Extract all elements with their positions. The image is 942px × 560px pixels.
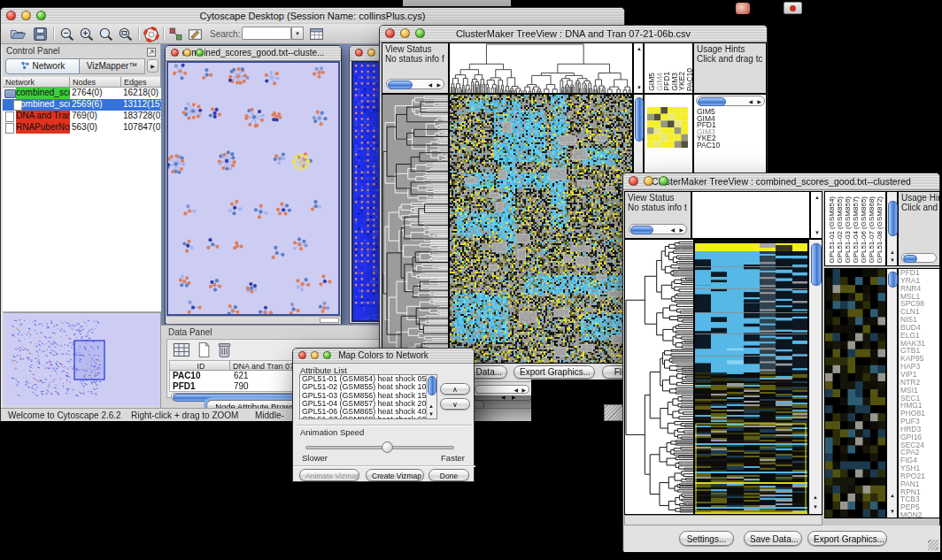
scroll-up-icon[interactable]: ▲ (890, 493, 895, 498)
tv2-gene-vscrollbar[interactable]: ▲ ▼ (886, 268, 898, 518)
cytoscape-titlebar[interactable]: Cytoscape Desktop (Session Name: collins… (1, 8, 624, 25)
tv2-column-label[interactable]: GPL51-03 (GSM856) (844, 196, 852, 264)
network-overview-canvas[interactable] (4, 313, 160, 406)
create-vizmap-button[interactable]: Create Vizmap (366, 469, 424, 481)
treeview1-titlebar[interactable]: ClusterMaker TreeView : DNA and Tran 07-… (380, 26, 767, 42)
zoom-fit-icon[interactable] (118, 27, 135, 42)
zoom-button[interactable] (659, 176, 668, 186)
animate-vizmap-button[interactable]: Animate Vizmap (299, 469, 359, 481)
minimize-button[interactable] (400, 28, 410, 38)
vscroll-thumb[interactable] (428, 376, 436, 395)
network-window-1-titlebar[interactable]: combined_scores_good.txt--cluste... (166, 46, 341, 61)
scroll-right-icon[interactable]: ▶ (679, 227, 683, 233)
tv2-zoom-heatmap-canvas[interactable] (825, 269, 885, 518)
scroll-down-icon[interactable]: ▼ (815, 230, 820, 235)
scroll-thumb[interactable] (698, 97, 726, 106)
network-tree-row[interactable]: combined_scores 2764(0) 16218(0) (3, 88, 161, 99)
tv2-column-label[interactable]: GPL51-07 (GSM868) (868, 196, 876, 264)
vscroll-thumb[interactable] (811, 243, 822, 286)
col-nodes[interactable]: Nodes (70, 77, 121, 88)
scroll-up-icon[interactable]: ▲ (815, 195, 820, 200)
scroll-right-icon[interactable]: ▶ (521, 387, 526, 393)
help-lifebuoy-icon[interactable] (143, 27, 160, 42)
attribute-list-item[interactable]: GPL51-02 (GSM855) heat shock 10 min (300, 383, 436, 391)
tv2-vscrollbar[interactable]: ▲ ▼ (808, 239, 822, 515)
close-button[interactable] (6, 11, 16, 20)
tv2-settings-button[interactable]: Settings... (679, 531, 734, 546)
tv1-column-dendrogram[interactable] (449, 42, 633, 94)
tv1-summary-heatmap-canvas[interactable] (647, 107, 688, 148)
tv1-row-dendrogram[interactable] (382, 94, 449, 364)
zoom-button[interactable] (196, 49, 204, 57)
minimize-button[interactable] (367, 49, 375, 57)
tv2-column-label[interactable]: GPL51-08 (GSM872) (876, 196, 884, 264)
desktop-icon-2[interactable] (784, 2, 802, 14)
vscroll-thumb[interactable] (888, 272, 898, 288)
new-node-icon[interactable] (168, 27, 185, 42)
tv2-row-dendrogram-canvas[interactable] (625, 240, 693, 514)
scroll-left-icon[interactable]: ◀ (428, 82, 432, 88)
table-select-icon[interactable] (173, 341, 190, 358)
hscroll-box[interactable] (320, 318, 339, 323)
scroll-down-icon[interactable]: ▼ (429, 411, 434, 417)
minimize-button[interactable] (21, 11, 31, 20)
tv2-column-label[interactable]: GPL51-06 (GSM865) (860, 196, 868, 264)
tv1-heatmap-canvas[interactable] (450, 95, 632, 363)
float-panel-icon[interactable] (146, 45, 157, 56)
tv1-export-graphics-button[interactable]: Export Graphics... (513, 365, 595, 379)
scroll-left-icon[interactable]: ◀ (748, 99, 753, 104)
network-overview-panel[interactable] (4, 312, 160, 405)
search-input[interactable] (242, 27, 291, 40)
tv2-labels-vscrollbar[interactable]: ▲ ▼ (886, 191, 898, 266)
open-session-icon[interactable] (10, 27, 27, 42)
tab-overflow-button[interactable]: ▶ (147, 59, 158, 73)
tv1-heatmap[interactable] (449, 94, 633, 364)
attribute-list-scrollbar[interactable]: ▲ ▼ (426, 375, 436, 418)
network-canvas[interactable] (168, 63, 338, 314)
attribute-list-item[interactable]: GPL51-01 (GSM854) heat shock 05 min (300, 375, 436, 383)
attribute-list-item[interactable]: GPL51-03 (GSM856) heat shock 15 min (300, 392, 436, 400)
tv2-row-dendrogram[interactable] (624, 239, 694, 515)
vscroll-thumb[interactable] (635, 97, 644, 142)
close-button[interactable] (171, 49, 179, 57)
close-button[interactable] (629, 176, 638, 186)
close-button[interactable] (385, 28, 395, 38)
zoom-out-icon[interactable] (59, 27, 76, 42)
tv1-hscrollbar[interactable]: ◀ ▶ (475, 385, 529, 394)
attribute-list-item[interactable]: GPL51-04 (GSM857) heat shock 20 min (300, 400, 436, 408)
zoom-in-icon[interactable] (79, 27, 96, 42)
zoom-button[interactable] (415, 28, 425, 38)
tv2-hints-scrollbar[interactable] (901, 253, 937, 263)
speed-slider-track[interactable] (305, 446, 454, 449)
scroll-up-icon[interactable]: ▲ (890, 249, 895, 255)
map-dialog-titlebar[interactable]: Map Colors to Network (293, 349, 474, 364)
desktop-icon-1[interactable] (736, 3, 750, 14)
done-button[interactable]: Done (429, 469, 469, 481)
scroll-left-icon[interactable]: ◀ (670, 227, 675, 233)
tv1-status-scrollbar[interactable]: ◀ ▶ (386, 79, 444, 89)
network-tree-row[interactable]: RNAPuberNov2+ 563(0) 107847(0) (3, 122, 161, 134)
tv1-column-dendrogram-canvas[interactable] (450, 43, 632, 93)
save-session-icon[interactable] (33, 27, 50, 42)
zoom-button[interactable] (323, 351, 331, 359)
speed-slider-thumb[interactable] (382, 441, 393, 453)
attribute-listbox[interactable]: GPL51-01 (GSM854) heat shock 05 minGPL51… (299, 374, 437, 419)
vscroll-thumb[interactable] (888, 201, 898, 236)
tv2-column-label[interactable]: GPL51-02 (GSM855) (836, 196, 844, 264)
minimize-button[interactable] (311, 351, 319, 359)
zoom-button[interactable] (36, 11, 46, 20)
tv1-row-dendrogram-canvas[interactable] (382, 95, 448, 363)
scroll-thumb[interactable] (388, 81, 413, 89)
tv2-save-data-button[interactable]: Save Data... (744, 531, 802, 546)
attribute-table-icon[interactable] (309, 27, 326, 42)
tv2-column-dendrogram-area[interactable] (691, 191, 810, 239)
network-tree-row[interactable]: combined_sco 2569(6) 13112(15) (3, 99, 161, 111)
tv2-column-label[interactable]: GPL51-04 (GSM857) (852, 196, 860, 264)
scroll-up-icon[interactable]: ▲ (637, 46, 642, 51)
attribute-list-item[interactable]: GPL51-06 (GSM865) heat shock 40 min (300, 408, 436, 416)
scroll-down-icon[interactable]: ▼ (813, 504, 818, 510)
close-button[interactable] (298, 351, 306, 359)
scroll-up-icon[interactable]: ▲ (429, 403, 434, 409)
scroll-thumb[interactable] (630, 226, 653, 234)
window-resize-grip[interactable] (604, 404, 623, 421)
